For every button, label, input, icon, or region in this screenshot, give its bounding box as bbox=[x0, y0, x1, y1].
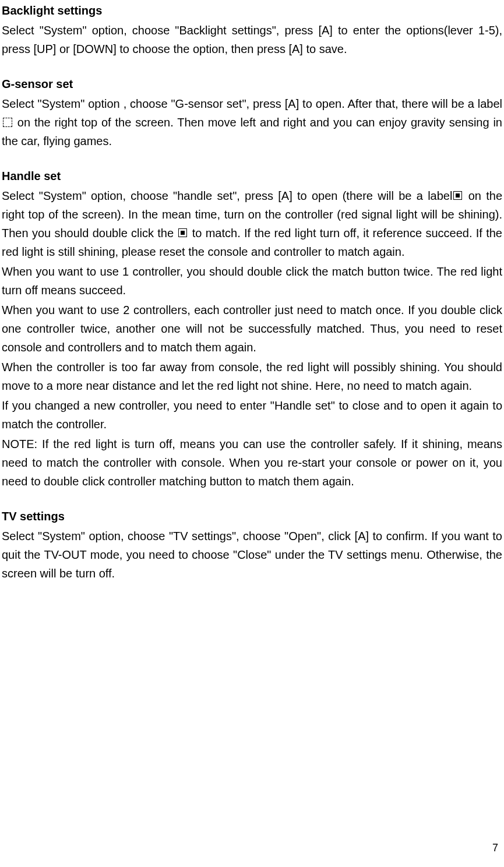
page-number: 7 bbox=[492, 840, 498, 857]
gsensor-text-a: Select "System" option , choose "G-senso… bbox=[2, 97, 502, 110]
document-content: Backlight settings Select "System" optio… bbox=[0, 1, 504, 583]
backlight-paragraph: Select "System" option, choose "Backligh… bbox=[2, 21, 502, 58]
gsensor-paragraph: Select "System" option , choose "G-senso… bbox=[2, 94, 502, 150]
gsensor-heading: G-sensor set bbox=[2, 75, 502, 93]
handle-paragraph-3: When you want to use 2 controllers, each… bbox=[2, 301, 502, 357]
tv-paragraph: Select "System" option, choose "TV setti… bbox=[2, 527, 502, 583]
tv-heading: TV settings bbox=[2, 507, 502, 526]
handle-paragraph-1: Select "System" option, choose "handle s… bbox=[2, 186, 502, 261]
handle-match-icon bbox=[178, 228, 187, 237]
handle-text-1a: Select "System" option, choose "handle s… bbox=[2, 189, 452, 202]
handle-paragraph-2: When you want to use 1 controller, you s… bbox=[2, 262, 502, 299]
handle-paragraph-5: If you changed a new controller, you nee… bbox=[2, 396, 502, 434]
gsensor-label-icon bbox=[3, 118, 12, 127]
handle-heading: Handle set bbox=[2, 167, 502, 185]
gsensor-text-b: on the right top of the screen. Then mov… bbox=[2, 116, 502, 147]
handle-paragraph-4: When the controller is too far away from… bbox=[2, 358, 502, 395]
handle-label-icon bbox=[453, 191, 462, 200]
backlight-heading: Backlight settings bbox=[2, 1, 502, 20]
handle-paragraph-6: NOTE: If the red light is turn off, mean… bbox=[2, 435, 502, 491]
